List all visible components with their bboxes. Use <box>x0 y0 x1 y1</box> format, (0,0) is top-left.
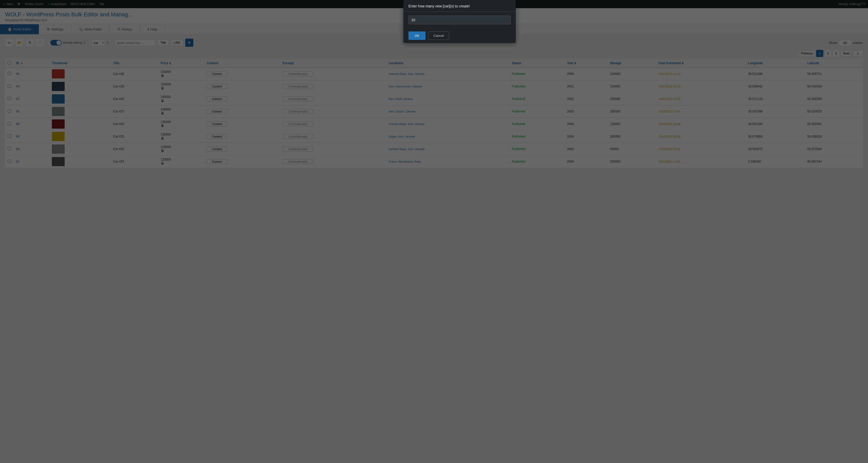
modal-quantity-input[interactable] <box>408 16 510 24</box>
modal-dialog: Enter how many new [car](s) to create! O… <box>403 0 516 43</box>
modal-overlay: Enter how many new [car](s) to create! O… <box>0 0 868 172</box>
modal-title: Enter how many new [car](s) to create! <box>408 4 470 8</box>
modal-body <box>403 11 516 28</box>
modal-footer: OK Cancel <box>403 28 516 43</box>
modal-ok-btn[interactable]: OK <box>408 31 426 40</box>
modal-header: Enter how many new [car](s) to create! <box>403 0 516 11</box>
modal-cancel-btn[interactable]: Cancel <box>428 31 449 40</box>
